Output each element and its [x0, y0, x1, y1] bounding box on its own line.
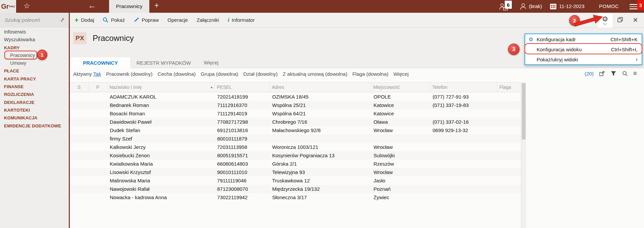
filter-z-aktualną-umową-dowolna-[interactable]: Z aktualną umową (dowolna)	[283, 71, 347, 77]
sidebar-nav: InfoserwisWyszukiwarkaKADRYPracownicyUmo…	[0, 28, 69, 130]
restore-window-icon[interactable]	[617, 17, 623, 22]
tab-pracownicy[interactable]: PRACOWNICY	[70, 57, 131, 68]
cell-p	[89, 134, 107, 143]
new-tab-button[interactable]: +	[154, 1, 159, 10]
list-options-icon[interactable]: ≡	[633, 71, 637, 76]
app-logo[interactable]: GrPRO	[0, 0, 16, 13]
toolbar-button-label: Pokaż	[111, 17, 125, 23]
sidebar-item-infoserwis[interactable]: Infoserwis	[0, 28, 69, 36]
plus-icon: +	[75, 17, 79, 23]
operacje-button[interactable]: Operacje	[167, 17, 188, 23]
cell-adres: Słoneczna 3/17	[270, 193, 371, 202]
user-icon[interactable]	[519, 3, 528, 11]
date-label[interactable]: 11-12-2023	[559, 3, 585, 9]
pin-icon[interactable]	[59, 17, 65, 23]
załączniki-button[interactable]: Załączniki	[197, 17, 219, 23]
cell-flag	[497, 143, 521, 151]
back-arrow-icon[interactable]: ←	[88, 1, 96, 10]
table-row[interactable]: Dawidowski Paweł77082717298Chrobrego 7/1…	[70, 118, 521, 126]
table-row[interactable]: Malinowska Maria79111119046Truskawkowa 1…	[70, 176, 521, 185]
favorites-star-icon[interactable]: ☆	[23, 2, 30, 10]
cell-phone: (077) 727-91-93	[430, 93, 497, 101]
cell-city: Wrocław	[371, 143, 430, 151]
calendar-icon[interactable]	[550, 3, 557, 10]
cell-city: Żywiec	[371, 193, 430, 202]
table-row[interactable]: Dudek Stefan69121013816Małachowskiego 92…	[70, 126, 521, 134]
table-row[interactable]: firmy Szef80010111879	[70, 134, 521, 143]
sidebar-item-kartoteki[interactable]: KARTOTEKI	[0, 106, 69, 114]
table-row[interactable]: Bosacki Roman71112914019Wspólna 64/21Kat…	[70, 109, 521, 118]
tab-wiecej[interactable]: Więcej	[201, 57, 221, 68]
col-header-miejscowosc[interactable]: Miejscowość	[371, 82, 430, 92]
open-in-window-icon[interactable]	[599, 71, 605, 76]
cell-phone: 0699 929-13-32	[430, 126, 497, 134]
sidebar-item-wyszukiwarka[interactable]: Wyszukiwarka	[0, 36, 69, 44]
filter-grupa-dowolna-[interactable]: Grupa (dowolna)	[201, 71, 238, 77]
pokaż-button[interactable]: Pokaż	[103, 17, 125, 23]
col-header-flaga[interactable]: Flaga	[497, 82, 521, 92]
tab-rejestr-wypadkow[interactable]: REJESTR WYPADKÓW	[133, 57, 195, 68]
sidebar-item-ewidencje-dodatkowe[interactable]: EWIDENCJE DODATKOWE	[0, 122, 69, 130]
help-link[interactable]: POMOC	[599, 3, 619, 9]
vertical-scrollbar[interactable]	[521, 82, 526, 228]
col-header-nazwisko[interactable]: Nazwisko i imię▲	[107, 82, 215, 92]
menu-item-konfiguracja-kadr[interactable]: ⚙Konfiguracja kadrCtrl+Shift+K	[525, 34, 642, 44]
filter-flaga-dowolna-[interactable]: Flaga (dowolna)	[352, 71, 389, 77]
table-row[interactable]: Bednarek Roman71112916370Wspólna 25/21Ka…	[70, 101, 521, 109]
filter-cecha-dowolna-[interactable]: Cecha (dowolna)	[158, 71, 196, 77]
menu-item-pokaż-ukryj-widoki[interactable]: Pokaż/ukryj widoki›	[525, 54, 642, 64]
sidebar-item-karta-pracy[interactable]: KARTA PRACY	[0, 75, 69, 83]
filter-funnel-icon[interactable]	[610, 71, 616, 76]
sidebar-item-umowy[interactable]: Umowy	[0, 59, 69, 67]
cell-adres: Wspólna 64/21	[270, 109, 371, 118]
cell-p	[89, 176, 107, 185]
table-row[interactable]: Kosiebucki Zenon80051915571Kosynierów Po…	[70, 151, 521, 160]
sidebar-item-deklaracje[interactable]: DEKLARACJE	[0, 99, 69, 106]
popraw-button[interactable]: Popraw	[134, 17, 159, 23]
cell-pesel: 90010111010	[215, 168, 270, 176]
col-header-s[interactable]: S	[70, 82, 89, 92]
cell-adres: Małachowskiego 92/8	[270, 126, 371, 134]
scrollbar-thumb[interactable]	[522, 83, 526, 139]
dodaj-button[interactable]: +Dodaj	[75, 17, 94, 23]
cell-flag	[497, 126, 521, 134]
cell-phone	[430, 185, 497, 193]
table-row[interactable]: ADAMCZUK KAROL72021418199OZIMSKA 18/45OP…	[70, 93, 521, 101]
cell-city: Wrocław	[371, 168, 430, 176]
cell-phone	[430, 176, 497, 185]
filter-aktywny[interactable]: AktywnyTak	[73, 71, 101, 77]
filter-więcej[interactable]: Więcej	[393, 71, 408, 77]
cell-pesel: 69121013816	[215, 126, 270, 134]
user-label[interactable]: (brak)	[529, 3, 542, 9]
table-row[interactable]: Nowacka - kadrowa Anna73022119942Słonecz…	[70, 193, 521, 202]
window-tab-pracownicy[interactable]: Pracownicy	[109, 0, 149, 13]
command-search[interactable]: Szukaj poleceń	[0, 13, 69, 27]
col-header-telefon[interactable]: Telefon	[430, 82, 497, 92]
sidebar-item-komunikacja[interactable]: KOMUNIKACJA	[0, 114, 69, 122]
col-header-adres[interactable]: Adres	[270, 82, 371, 92]
cell-pesel: 79111119046	[215, 176, 270, 185]
informator-button[interactable]: iInformator	[228, 17, 255, 23]
cell-phone	[430, 134, 497, 143]
filter-dział-dowolny-[interactable]: Dział (dowolny)	[243, 71, 278, 77]
sort-asc-icon: ▲	[210, 86, 213, 89]
cell-pesel: 71112916370	[215, 101, 270, 109]
table-row[interactable]: Kwiatkowska Maria66060614803Górska 2/1Rz…	[70, 160, 521, 168]
sessions-count-badge: 6	[505, 1, 512, 9]
cell-p	[89, 185, 107, 193]
filter-pracownik-dowolny-[interactable]: Pracownik (dowolny)	[106, 71, 152, 77]
cell-name: ADAMCZUK KAROL	[107, 93, 215, 101]
table-row[interactable]: Nawojowski Rafał87123008070Międzyrzecka …	[70, 185, 521, 193]
table-row[interactable]: Lisowski Krzysztof90010111010Telewizyjna…	[70, 168, 521, 176]
cell-name: Kwiatkowska Maria	[107, 160, 215, 168]
toolbar-button-label: Dodaj	[81, 17, 94, 23]
close-view-icon[interactable]: ×	[633, 15, 638, 25]
menu-item-label: Konfiguracja kadr	[537, 37, 610, 42]
sidebar-item-płace[interactable]: PŁACE	[0, 67, 69, 75]
table-row[interactable]: Kalkowski Jerzy72031113958Woronicza 1003…	[70, 143, 521, 151]
col-header-pesel[interactable]: PESEL	[215, 82, 270, 92]
col-header-p[interactable]: P	[89, 82, 107, 92]
sidebar-item-rozliczenia[interactable]: ROZLICZENIA	[0, 91, 69, 98]
sidebar-item-finanse[interactable]: FINANSE	[0, 83, 69, 91]
search-icon[interactable]	[622, 70, 628, 76]
